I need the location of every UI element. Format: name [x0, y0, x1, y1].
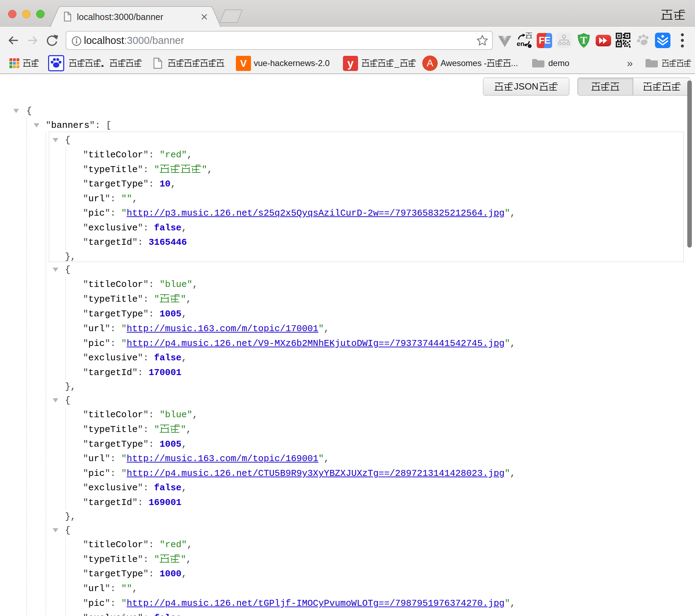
svg-text:T: T — [580, 34, 587, 46]
